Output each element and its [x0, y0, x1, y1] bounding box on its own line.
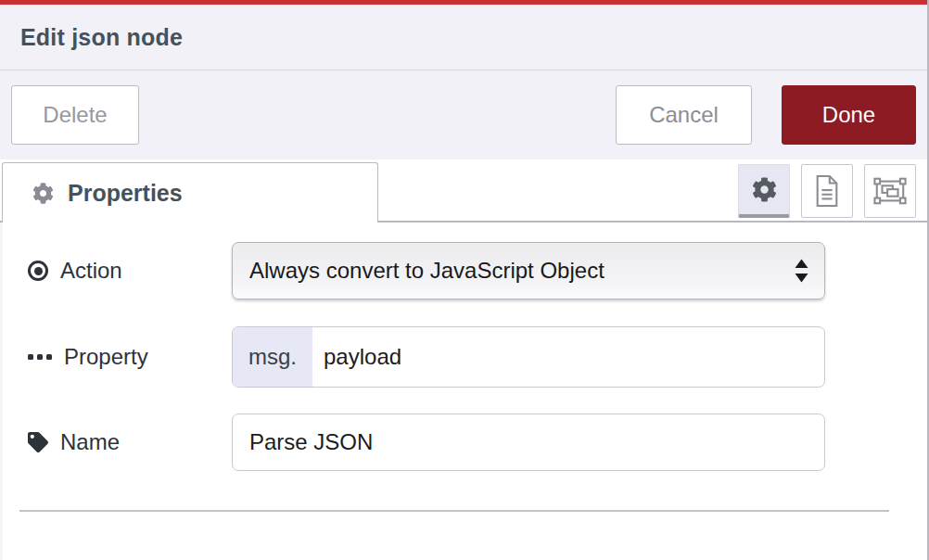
action-select[interactable]: Always convert to JavaScript Object — [232, 242, 825, 299]
dialog-title: Edit json node — [20, 24, 183, 51]
gear-icon — [32, 183, 54, 204]
done-button[interactable]: Done — [782, 85, 916, 145]
properties-form: Action Always convert to JavaScript Obje… — [0, 223, 927, 560]
delete-button[interactable]: Delete — [11, 85, 139, 145]
form-row-property: Property msg. — [0, 326, 927, 388]
msg-type-selector[interactable]: msg. — [233, 327, 312, 387]
edit-json-node-dialog: Edit json node Delete Cancel Done Proper… — [0, 0, 929, 560]
node-description-button[interactable] — [801, 164, 853, 218]
form-row-action: Action Always convert to JavaScript Obje… — [0, 242, 927, 299]
dialog-toolbar: Delete Cancel Done — [0, 70, 927, 159]
select-arrows-icon — [795, 260, 808, 283]
property-input[interactable] — [312, 327, 824, 387]
action-label-text: Action — [60, 258, 122, 284]
editor-tab-buttons — [738, 164, 916, 218]
dialog-header: Edit json node — [0, 5, 927, 70]
property-label: Property — [28, 344, 148, 370]
name-label: Name — [28, 429, 120, 455]
action-select-value: Always convert to JavaScript Object — [249, 258, 604, 284]
node-appearance-button[interactable] — [864, 164, 916, 218]
tab-properties-label: Properties — [68, 180, 183, 207]
cancel-button[interactable]: Cancel — [616, 85, 752, 145]
property-typed-input: msg. — [232, 326, 825, 388]
object-group-icon — [873, 176, 907, 206]
node-properties-button[interactable] — [738, 164, 790, 218]
gear-icon — [752, 177, 777, 202]
property-label-text: Property — [64, 344, 148, 370]
form-row-name: Name — [0, 414, 927, 471]
ellipsis-icon — [28, 354, 52, 360]
tag-icon — [28, 432, 48, 452]
form-divider — [19, 510, 889, 512]
dot-circle-icon — [28, 261, 48, 281]
action-label: Action — [28, 258, 122, 284]
document-icon — [813, 174, 841, 208]
name-label-text: Name — [60, 429, 120, 455]
tab-properties[interactable]: Properties — [2, 162, 378, 223]
tab-bar: Properties — [0, 159, 927, 223]
name-input[interactable] — [232, 414, 825, 471]
